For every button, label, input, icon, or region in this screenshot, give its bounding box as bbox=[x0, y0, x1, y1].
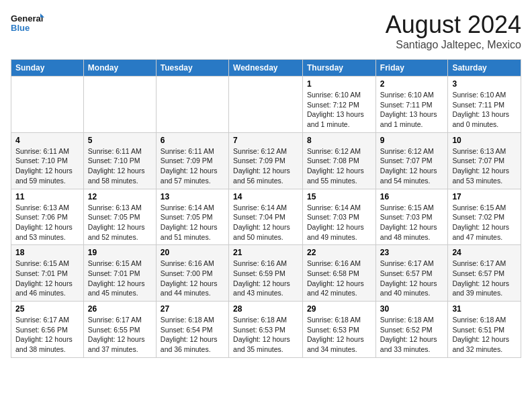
svg-text:Blue: Blue bbox=[11, 23, 30, 33]
day-info: Sunrise: 6:10 AM Sunset: 7:11 PM Dayligh… bbox=[452, 90, 517, 130]
calendar-cell bbox=[156, 77, 228, 133]
calendar-cell: 25Sunrise: 6:17 AM Sunset: 6:56 PM Dayli… bbox=[11, 302, 84, 358]
day-number: 16 bbox=[380, 192, 444, 201]
day-info: Sunrise: 6:12 AM Sunset: 7:08 PM Dayligh… bbox=[307, 146, 371, 186]
page-header: General Blue August 2024 Santiago Jaltep… bbox=[11, 11, 521, 51]
col-header-tuesday: Tuesday bbox=[156, 60, 228, 77]
calendar-cell: 13Sunrise: 6:14 AM Sunset: 7:05 PM Dayli… bbox=[156, 189, 228, 245]
day-info: Sunrise: 6:12 AM Sunset: 7:09 PM Dayligh… bbox=[233, 146, 298, 186]
day-number: 21 bbox=[233, 248, 298, 257]
logo: General Blue bbox=[11, 11, 44, 38]
day-info: Sunrise: 6:17 AM Sunset: 6:55 PM Dayligh… bbox=[88, 315, 152, 355]
col-header-saturday: Saturday bbox=[448, 60, 521, 77]
calendar-cell bbox=[229, 77, 303, 133]
day-info: Sunrise: 6:11 AM Sunset: 7:10 PM Dayligh… bbox=[88, 146, 152, 186]
day-number: 30 bbox=[380, 304, 444, 314]
calendar-cell: 3Sunrise: 6:10 AM Sunset: 7:11 PM Daylig… bbox=[448, 77, 521, 133]
calendar-cell: 30Sunrise: 6:18 AM Sunset: 6:52 PM Dayli… bbox=[375, 302, 448, 358]
calendar-cell: 2Sunrise: 6:10 AM Sunset: 7:11 PM Daylig… bbox=[375, 77, 448, 133]
day-number: 18 bbox=[15, 248, 79, 257]
day-info: Sunrise: 6:18 AM Sunset: 6:53 PM Dayligh… bbox=[307, 315, 371, 355]
calendar-cell: 5Sunrise: 6:11 AM Sunset: 7:10 PM Daylig… bbox=[83, 132, 156, 189]
day-info: Sunrise: 6:17 AM Sunset: 6:56 PM Dayligh… bbox=[15, 315, 79, 355]
day-info: Sunrise: 6:16 AM Sunset: 7:00 PM Dayligh… bbox=[161, 259, 224, 298]
day-number: 22 bbox=[307, 248, 371, 257]
day-number: 9 bbox=[380, 136, 444, 145]
day-number: 8 bbox=[307, 136, 371, 145]
calendar-cell bbox=[83, 77, 156, 133]
calendar-cell: 16Sunrise: 6:15 AM Sunset: 7:03 PM Dayli… bbox=[375, 189, 448, 245]
day-number: 11 bbox=[15, 192, 79, 201]
day-number: 13 bbox=[161, 192, 224, 201]
day-info: Sunrise: 6:13 AM Sunset: 7:05 PM Dayligh… bbox=[88, 203, 152, 242]
calendar-week-4: 18Sunrise: 6:15 AM Sunset: 7:01 PM Dayli… bbox=[11, 245, 521, 302]
calendar-week-1: 1Sunrise: 6:10 AM Sunset: 7:12 PM Daylig… bbox=[11, 77, 521, 133]
calendar-cell: 29Sunrise: 6:18 AM Sunset: 6:53 PM Dayli… bbox=[303, 302, 376, 358]
day-number: 19 bbox=[88, 248, 152, 257]
day-info: Sunrise: 6:11 AM Sunset: 7:10 PM Dayligh… bbox=[15, 146, 79, 186]
calendar-cell: 7Sunrise: 6:12 AM Sunset: 7:09 PM Daylig… bbox=[229, 132, 303, 189]
calendar-table: SundayMondayTuesdayWednesdayThursdayFrid… bbox=[11, 59, 521, 358]
day-number: 27 bbox=[161, 304, 224, 314]
day-info: Sunrise: 6:13 AM Sunset: 7:07 PM Dayligh… bbox=[452, 146, 517, 186]
day-number: 7 bbox=[233, 136, 298, 145]
calendar-cell: 12Sunrise: 6:13 AM Sunset: 7:05 PM Dayli… bbox=[83, 189, 156, 245]
day-number: 17 bbox=[452, 192, 517, 201]
calendar-cell: 6Sunrise: 6:11 AM Sunset: 7:09 PM Daylig… bbox=[156, 132, 228, 189]
day-info: Sunrise: 6:15 AM Sunset: 7:03 PM Dayligh… bbox=[380, 203, 444, 242]
day-number: 4 bbox=[15, 136, 79, 145]
calendar-cell: 4Sunrise: 6:11 AM Sunset: 7:10 PM Daylig… bbox=[11, 132, 84, 189]
col-header-friday: Friday bbox=[375, 60, 448, 77]
calendar-week-5: 25Sunrise: 6:17 AM Sunset: 6:56 PM Dayli… bbox=[11, 302, 521, 358]
calendar-cell: 22Sunrise: 6:16 AM Sunset: 6:58 PM Dayli… bbox=[303, 245, 376, 302]
calendar-cell: 24Sunrise: 6:17 AM Sunset: 6:57 PM Dayli… bbox=[448, 245, 521, 302]
calendar-cell: 10Sunrise: 6:13 AM Sunset: 7:07 PM Dayli… bbox=[448, 132, 521, 189]
day-info: Sunrise: 6:16 AM Sunset: 6:58 PM Dayligh… bbox=[307, 259, 371, 298]
day-number: 2 bbox=[380, 79, 444, 89]
calendar-cell: 27Sunrise: 6:18 AM Sunset: 6:54 PM Dayli… bbox=[156, 302, 228, 358]
day-info: Sunrise: 6:18 AM Sunset: 6:51 PM Dayligh… bbox=[452, 315, 517, 355]
day-number: 15 bbox=[307, 192, 371, 201]
calendar-cell: 17Sunrise: 6:15 AM Sunset: 7:02 PM Dayli… bbox=[448, 189, 521, 245]
day-info: Sunrise: 6:14 AM Sunset: 7:05 PM Dayligh… bbox=[161, 203, 224, 242]
month-year-title: August 2024 bbox=[386, 11, 521, 39]
day-number: 3 bbox=[452, 79, 517, 89]
day-number: 12 bbox=[88, 192, 152, 201]
col-header-wednesday: Wednesday bbox=[229, 60, 303, 77]
calendar-cell: 28Sunrise: 6:18 AM Sunset: 6:53 PM Dayli… bbox=[229, 302, 303, 358]
day-info: Sunrise: 6:12 AM Sunset: 7:07 PM Dayligh… bbox=[380, 146, 444, 186]
day-number: 26 bbox=[88, 304, 152, 314]
day-info: Sunrise: 6:14 AM Sunset: 7:03 PM Dayligh… bbox=[307, 203, 371, 242]
day-info: Sunrise: 6:13 AM Sunset: 7:06 PM Dayligh… bbox=[15, 203, 79, 242]
calendar-cell: 19Sunrise: 6:15 AM Sunset: 7:01 PM Dayli… bbox=[83, 245, 156, 302]
svg-text:General: General bbox=[11, 13, 43, 24]
day-info: Sunrise: 6:17 AM Sunset: 6:57 PM Dayligh… bbox=[452, 259, 517, 298]
calendar-cell bbox=[11, 77, 84, 133]
location-subtitle: Santiago Jaltepec, Mexico bbox=[386, 39, 521, 51]
day-info: Sunrise: 6:18 AM Sunset: 6:54 PM Dayligh… bbox=[161, 315, 224, 355]
day-number: 10 bbox=[452, 136, 517, 145]
day-info: Sunrise: 6:10 AM Sunset: 7:11 PM Dayligh… bbox=[380, 90, 444, 130]
day-number: 5 bbox=[88, 136, 152, 145]
day-info: Sunrise: 6:18 AM Sunset: 6:52 PM Dayligh… bbox=[380, 315, 444, 355]
calendar-header-row: SundayMondayTuesdayWednesdayThursdayFrid… bbox=[11, 60, 521, 77]
calendar-cell: 20Sunrise: 6:16 AM Sunset: 7:00 PM Dayli… bbox=[156, 245, 228, 302]
calendar-cell: 15Sunrise: 6:14 AM Sunset: 7:03 PM Dayli… bbox=[303, 189, 376, 245]
col-header-sunday: Sunday bbox=[11, 60, 84, 77]
day-info: Sunrise: 6:17 AM Sunset: 6:57 PM Dayligh… bbox=[380, 259, 444, 298]
col-header-monday: Monday bbox=[83, 60, 156, 77]
day-info: Sunrise: 6:15 AM Sunset: 7:02 PM Dayligh… bbox=[452, 203, 517, 242]
calendar-week-2: 4Sunrise: 6:11 AM Sunset: 7:10 PM Daylig… bbox=[11, 132, 521, 189]
day-number: 1 bbox=[307, 79, 371, 89]
col-header-thursday: Thursday bbox=[303, 60, 376, 77]
calendar-cell: 1Sunrise: 6:10 AM Sunset: 7:12 PM Daylig… bbox=[303, 77, 376, 133]
calendar-cell: 11Sunrise: 6:13 AM Sunset: 7:06 PM Dayli… bbox=[11, 189, 84, 245]
day-info: Sunrise: 6:18 AM Sunset: 6:53 PM Dayligh… bbox=[233, 315, 298, 355]
day-info: Sunrise: 6:15 AM Sunset: 7:01 PM Dayligh… bbox=[15, 259, 79, 298]
day-info: Sunrise: 6:10 AM Sunset: 7:12 PM Dayligh… bbox=[307, 90, 371, 130]
day-info: Sunrise: 6:15 AM Sunset: 7:01 PM Dayligh… bbox=[88, 259, 152, 298]
calendar-week-3: 11Sunrise: 6:13 AM Sunset: 7:06 PM Dayli… bbox=[11, 189, 521, 245]
calendar-cell: 18Sunrise: 6:15 AM Sunset: 7:01 PM Dayli… bbox=[11, 245, 84, 302]
day-number: 28 bbox=[233, 304, 298, 314]
logo-svg: General Blue bbox=[11, 11, 44, 38]
